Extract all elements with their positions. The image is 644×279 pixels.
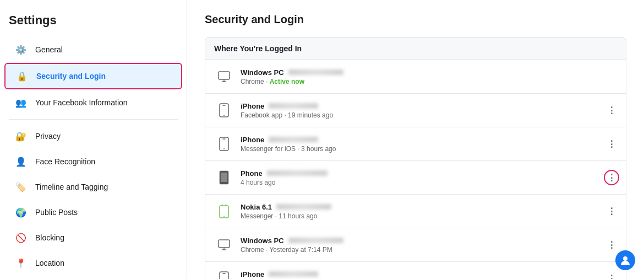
sidebar-item-label-privacy: Privacy	[35, 132, 61, 141]
sidebar: Settings ⚙️ General 🔒 Security and Login…	[0, 0, 187, 279]
device-name-blur-5	[276, 204, 331, 210]
device-name-blur-6	[288, 238, 343, 243]
sidebar-item-label-fb-info: Your Facebook Information	[35, 98, 128, 107]
sidebar-item-label-blocking: Blocking	[35, 233, 64, 242]
device-sub-1: Chrome · Active now	[241, 78, 617, 85]
svg-point-8	[223, 148, 225, 149]
sidebar-item-fb-info[interactable]: 👥 Your Facebook Information	[4, 90, 182, 115]
device-row-5: Nokia 6.1 Messenger · 11 hours ago ⋮	[205, 195, 626, 228]
location-icon: 📍	[13, 255, 29, 271]
monitor-icon-1	[214, 67, 234, 87]
device-name-1: Windows PC	[241, 68, 284, 77]
device-menu-button-6[interactable]: ⋮	[604, 237, 619, 253]
sidebar-section-2: 🔐 Privacy 👤 Face Recognition 🏷️ Timeline…	[0, 124, 187, 279]
sidebar-item-public-posts[interactable]: 🌍 Public Posts	[4, 200, 182, 224]
sidebar-item-language[interactable]: 🔤 Language and Region	[4, 276, 182, 279]
general-icon: ⚙️	[13, 42, 29, 57]
phone-dark-icon-4	[214, 168, 234, 187]
svg-point-5	[223, 115, 225, 116]
svg-rect-0	[219, 72, 230, 79]
android-icon-5	[214, 201, 234, 221]
section-header: Where You're Logged In	[205, 37, 626, 60]
svg-point-16	[223, 216, 225, 217]
device-name-blur-3	[269, 137, 318, 142]
device-info-5: Nokia 6.1 Messenger · 11 hours ago	[241, 203, 617, 220]
page-title: Security and Login	[205, 13, 626, 26]
timeline-icon: 🏷️	[13, 179, 29, 195]
main-content: Security and Login Where You're Logged I…	[187, 0, 644, 279]
device-row-2: iPhone Facebook app · 19 minutes ago ⋮	[205, 94, 626, 127]
divider-1	[9, 119, 178, 120]
sidebar-title: Settings	[0, 9, 187, 36]
logged-in-section: Where You're Logged In Windows PC	[205, 37, 626, 279]
public-posts-icon: 🌍	[13, 205, 29, 220]
device-sub-2: Facebook app · 19 minutes ago	[241, 111, 617, 119]
sidebar-item-label-security: Security and Login	[36, 72, 106, 81]
active-now-indicator: Active now	[270, 78, 304, 85]
device-sub-6: Chrome · Yesterday at 7:14 PM	[241, 246, 617, 254]
device-name-6: Windows PC	[241, 237, 284, 245]
device-row-7: iPhone Mobile Safari · October 17 at 9:5…	[205, 262, 626, 279]
svg-point-26	[623, 256, 627, 261]
device-name-4: Phone	[241, 169, 263, 178]
device-sub-5: Messenger · 11 hours ago	[241, 212, 617, 220]
sidebar-item-label-public-posts: Public Posts	[35, 208, 78, 217]
face-icon: 👤	[13, 154, 29, 169]
device-menu-button-5[interactable]: ⋮	[604, 203, 619, 219]
fb-info-icon: 👥	[13, 95, 29, 110]
svg-rect-20	[220, 272, 228, 279]
device-menu-button-4[interactable]: ⋮	[604, 170, 619, 185]
sidebar-item-label-location: Location	[35, 259, 64, 267]
device-info-7: iPhone Mobile Safari · October 17 at 9:5…	[241, 270, 617, 280]
sidebar-section-1: ⚙️ General 🔒 Security and Login 👥 Your F…	[0, 37, 187, 115]
device-info-2: iPhone Facebook app · 19 minutes ago	[241, 102, 617, 119]
phone-icon-2	[214, 100, 234, 120]
device-name-blur-1	[288, 69, 343, 75]
device-sub-4: 4 hours ago	[241, 179, 617, 186]
device-sub-3: Messenger for iOS · 3 hours ago	[241, 145, 617, 153]
sidebar-item-label-face: Face Recognition	[35, 157, 95, 166]
device-info-4: Phone 4 hours ago	[241, 169, 617, 186]
privacy-icon: 🔐	[13, 128, 29, 144]
sidebar-item-label-general: General	[35, 45, 63, 54]
device-menu-button-2[interactable]: ⋮	[604, 103, 619, 118]
sidebar-item-face[interactable]: 👤 Face Recognition	[4, 149, 182, 174]
device-name-blur-2	[269, 103, 318, 109]
blocking-icon: 🚫	[13, 230, 29, 245]
sidebar-item-timeline[interactable]: 🏷️ Timeline and Tagging	[4, 175, 182, 199]
device-row-6: Windows PC Chrome · Yesterday at 7:14 PM…	[205, 228, 626, 262]
device-row-1: Windows PC Chrome · Active now	[205, 60, 626, 94]
device-row-4: Phone 4 hours ago ⋮	[205, 161, 626, 195]
device-name-blur-4	[267, 170, 328, 176]
sidebar-item-location[interactable]: 📍 Location	[4, 251, 182, 275]
device-info-3: iPhone Messenger for iOS · 3 hours ago	[241, 136, 617, 153]
monitor-icon-6	[214, 235, 234, 255]
device-info-6: Windows PC Chrome · Yesterday at 7:14 PM	[241, 237, 617, 254]
sidebar-item-security[interactable]: 🔒 Security and Login	[4, 63, 182, 89]
sidebar-item-privacy[interactable]: 🔐 Privacy	[4, 124, 182, 148]
phone-icon-7	[214, 269, 234, 279]
device-name-3: iPhone	[241, 136, 264, 144]
security-icon: 🔒	[14, 68, 30, 84]
sidebar-item-general[interactable]: ⚙️ General	[4, 37, 182, 62]
device-name-5: Nokia 6.1	[241, 203, 272, 211]
user-avatar[interactable]	[615, 250, 635, 270]
device-name-blur-7	[269, 271, 318, 277]
phone-icon-3	[214, 134, 234, 154]
svg-rect-10	[221, 173, 227, 182]
device-name-2: iPhone	[241, 102, 264, 110]
device-info-1: Windows PC Chrome · Active now	[241, 68, 617, 85]
svg-rect-17	[219, 240, 230, 248]
sidebar-item-blocking[interactable]: 🚫 Blocking	[4, 226, 182, 250]
sidebar-item-label-timeline: Timeline and Tagging	[35, 183, 108, 191]
device-row-3: iPhone Messenger for iOS · 3 hours ago ⋮	[205, 127, 626, 161]
device-menu-button-3[interactable]: ⋮	[604, 136, 619, 152]
device-name-7: iPhone	[241, 270, 264, 278]
